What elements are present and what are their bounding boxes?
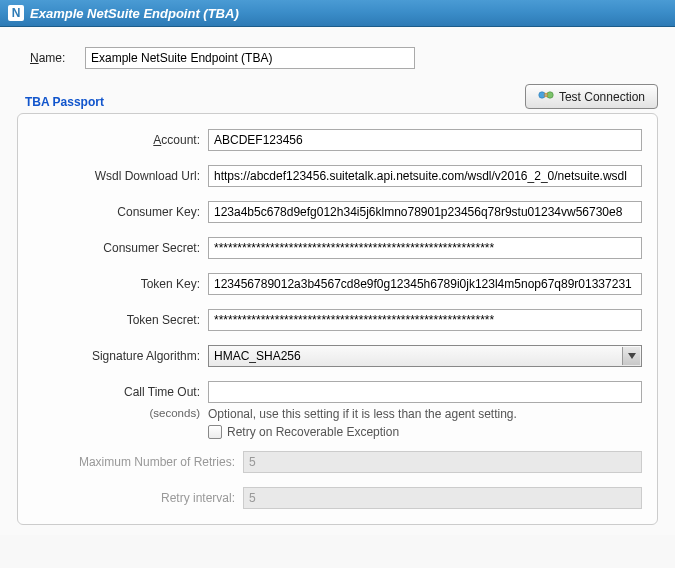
max-retries-input — [243, 451, 642, 473]
retry-checkbox[interactable] — [208, 425, 222, 439]
content-area: Name: TBA Passport Test Connection Accou… — [0, 27, 675, 535]
timeout-hint: Optional, use this setting if it is less… — [208, 407, 642, 439]
timeout-hint-row: (seconds) Optional, use this setting if … — [23, 407, 642, 439]
retry-checkbox-row: Retry on Recoverable Exception — [208, 425, 642, 439]
signature-algorithm-value[interactable] — [208, 345, 642, 367]
consumer-secret-label: Consumer Secret: — [23, 241, 208, 255]
test-connection-button[interactable]: Test Connection — [525, 84, 658, 109]
signature-algorithm-label: Signature Algorithm: — [23, 349, 208, 363]
consumer-secret-input[interactable] — [208, 237, 642, 259]
account-input[interactable] — [208, 129, 642, 151]
token-secret-label: Token Secret: — [23, 313, 208, 327]
signature-algorithm-select[interactable] — [208, 345, 642, 367]
test-connection-icon — [538, 88, 554, 105]
section-header-row: TBA Passport Test Connection — [25, 84, 658, 113]
timeout-unit-label: (seconds) — [23, 407, 208, 439]
section-title: TBA Passport — [25, 95, 104, 113]
wsdl-label: Wsdl Download Url: — [23, 169, 208, 183]
max-retries-label: Maximum Number of Retries: — [58, 455, 243, 469]
consumer-key-label: Consumer Key: — [23, 205, 208, 219]
call-timeout-label: Call Time Out: — [23, 385, 208, 399]
app-icon: N — [8, 5, 24, 21]
account-label: Account: — [23, 133, 208, 147]
tba-passport-fieldset: Account: Wsdl Download Url: Consumer Key… — [17, 113, 658, 525]
name-row: Name: — [15, 47, 660, 69]
token-key-input[interactable] — [208, 273, 642, 295]
call-timeout-input[interactable] — [208, 381, 642, 403]
wsdl-input[interactable] — [208, 165, 642, 187]
window-title: Example NetSuite Endpoint (TBA) — [30, 6, 239, 21]
retry-interval-label: Retry interval: — [58, 491, 243, 505]
consumer-key-input[interactable] — [208, 201, 642, 223]
token-key-label: Token Key: — [23, 277, 208, 291]
test-connection-label: Test Connection — [559, 90, 645, 104]
retry-interval-input — [243, 487, 642, 509]
window-header: N Example NetSuite Endpoint (TBA) — [0, 0, 675, 27]
token-secret-input[interactable] — [208, 309, 642, 331]
retry-checkbox-label: Retry on Recoverable Exception — [227, 425, 399, 439]
name-label: Name: — [15, 51, 85, 65]
name-input[interactable] — [85, 47, 415, 69]
